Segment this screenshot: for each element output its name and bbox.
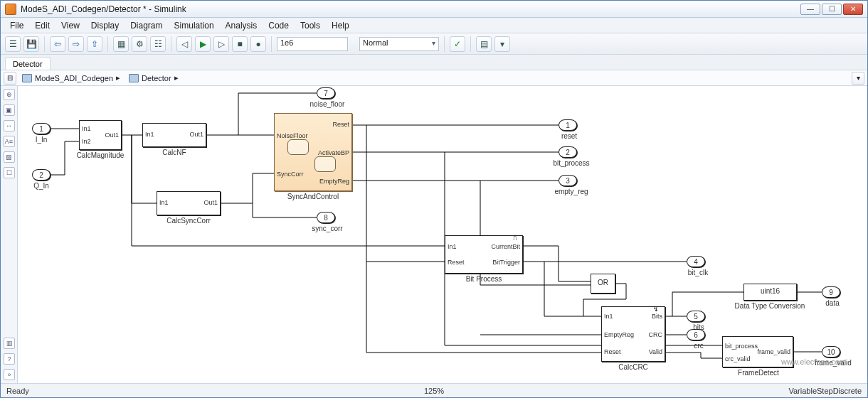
outport-8[interactable]: 8 — [317, 212, 335, 223]
fit-to-view-icon[interactable]: ▣ — [4, 104, 15, 116]
build-dropdown-button[interactable]: ▾ — [494, 36, 510, 52]
hide-browser-button[interactable]: ⊟ — [4, 72, 16, 85]
chevron-right-icon: ▸ — [116, 73, 120, 82]
outport-9-label: data — [822, 299, 843, 307]
nav-back-button[interactable]: ⇦ — [50, 36, 65, 52]
block-datatypeconv-label: Data Type Conversion — [731, 302, 809, 310]
breadcrumb-sub[interactable]: Detector ▸ — [126, 73, 181, 82]
block-bitprocess[interactable]: In1 Reset CurrentBit BitTrigger ⎍ — [445, 235, 523, 274]
titlebar: ModeS_ADI_Codegen/Detector * - Simulink … — [1, 1, 867, 18]
run-button[interactable]: ▶ — [195, 36, 211, 52]
sim-mode-select[interactable]: Normal — [359, 37, 439, 51]
help-icon[interactable]: ? — [4, 353, 15, 365]
inport-2[interactable]: 2 — [32, 169, 51, 181]
outport-3[interactable]: 3 — [559, 175, 577, 186]
block-calcsynccorr-label: CalcSyncCorr — [164, 217, 213, 225]
block-calcmagnitude-label: CalcMagnitude — [72, 151, 129, 159]
inport-1-label: I_In — [31, 136, 52, 144]
menu-diagram[interactable]: Diagram — [125, 19, 167, 32]
outport-6[interactable]: 6 — [687, 329, 705, 340]
block-syncandcontrol[interactable]: NoiseFloor SyncCorr Reset ActivateBP Emp… — [274, 113, 352, 191]
outport-2[interactable]: 2 — [559, 146, 577, 158]
breadcrumb-root[interactable]: ModeS_ADI_Codegen ▸ — [19, 73, 123, 82]
menu-edit[interactable]: Edit — [30, 19, 55, 32]
breadcrumb-sub-label: Detector — [142, 74, 171, 82]
block-bitprocess-label: Bit Process — [459, 275, 509, 283]
block-calccrc-label: CalcCRC — [615, 363, 651, 371]
menu-help[interactable]: Help — [327, 19, 354, 32]
legend-icon[interactable]: » — [4, 369, 15, 380]
build-button[interactable]: ▤ — [476, 36, 492, 52]
block-calcmagnitude[interactable]: In1 In2 Out1 — [79, 120, 122, 150]
minimize-button[interactable]: — — [800, 4, 820, 15]
fast-restart-button[interactable]: ✓ — [450, 36, 465, 52]
menu-display[interactable]: Display — [86, 19, 124, 32]
inport-1[interactable]: 1 — [32, 123, 51, 134]
menu-tools[interactable]: Tools — [295, 19, 325, 32]
outport-2-label: bit_process — [550, 159, 593, 167]
block-calcnf[interactable]: In1 Out1 — [142, 123, 206, 147]
bird-eye-icon[interactable]: ▥ — [4, 338, 15, 349]
outport-9[interactable]: 9 — [822, 286, 840, 298]
hide-icon[interactable]: ☐ — [4, 167, 15, 178]
close-button[interactable]: ✕ — [843, 4, 863, 15]
canvas[interactable]: 1 I_In 2 Q_In In1 In2 Out1 CalcMagnitude… — [18, 86, 867, 383]
outport-7[interactable]: 7 — [317, 87, 335, 99]
model-explorer-button[interactable]: ☷ — [150, 36, 166, 52]
nav-fwd-button[interactable]: ⇨ — [68, 36, 84, 52]
model-browser-button[interactable]: ☰ — [5, 36, 21, 52]
views-dropdown-button[interactable]: ▾ — [852, 72, 864, 85]
maximize-button[interactable]: ☐ — [822, 4, 842, 15]
pan-icon[interactable]: ↔ — [4, 120, 15, 131]
palette: ⊕ ▣ ↔ A≡ ▧ ☐ ▥ ? » — [1, 86, 18, 383]
block-calcsynccorr[interactable]: In1 Out1 — [157, 191, 221, 215]
outport-3-label: empty_reg — [550, 188, 593, 195]
block-or[interactable]: OR — [591, 274, 615, 294]
tab-detector[interactable]: Detector — [5, 57, 51, 70]
status-left: Ready — [6, 387, 29, 395]
menu-analysis[interactable]: Analysis — [221, 19, 263, 32]
save-button[interactable]: 💾 — [23, 36, 39, 52]
status-zoom[interactable]: 125% — [424, 387, 444, 395]
app-window: ModeS_ADI_Codegen/Detector * - Simulink … — [0, 0, 868, 398]
menubar: File Edit View Display Diagram Simulatio… — [1, 18, 867, 33]
watermark: www.elecfans.com — [781, 357, 846, 366]
model-config-button[interactable]: ⚙ — [132, 36, 147, 52]
window-title: ModeS_ADI_Codegen/Detector * - Simulink — [21, 4, 186, 14]
outport-1-label: reset — [559, 132, 580, 140]
zoom-in-icon[interactable]: ⊕ — [4, 89, 15, 100]
outport-4[interactable]: 4 — [687, 256, 705, 267]
subsystem-icon — [129, 74, 139, 82]
statusbar: Ready 125% VariableStepDiscrete — [1, 383, 867, 397]
step-fwd-button[interactable]: ▷ — [213, 36, 229, 52]
block-calcnf-label: CalcNF — [157, 149, 192, 156]
step-back-button[interactable]: ◁ — [176, 36, 192, 52]
annotations-icon[interactable]: A≡ — [4, 136, 15, 147]
outport-10[interactable]: 10 — [822, 346, 840, 357]
tabstrip: Detector — [1, 55, 867, 70]
app-icon — [5, 4, 16, 15]
breadcrumb-root-label: ModeS_ADI_Codegen — [35, 74, 113, 82]
menu-view[interactable]: View — [56, 19, 85, 32]
menu-file[interactable]: File — [5, 19, 28, 32]
library-browser-button[interactable]: ▦ — [113, 36, 129, 52]
record-button[interactable]: ● — [250, 36, 266, 52]
model-icon — [22, 74, 32, 82]
menu-simulation[interactable]: Simulation — [169, 19, 219, 32]
block-framedetect-label: FrameDetect — [734, 369, 783, 377]
block-syncandcontrol-label: SyncAndControl — [281, 193, 345, 200]
nav-up-button[interactable]: ⇧ — [87, 36, 102, 52]
block-datatypeconv[interactable]: uint16 — [743, 284, 797, 301]
outport-4-label: bit_clk — [684, 269, 712, 276]
image-icon[interactable]: ▧ — [4, 151, 15, 163]
outport-5[interactable]: 5 — [687, 311, 705, 322]
stop-button[interactable]: ■ — [232, 36, 248, 52]
outport-1[interactable]: 1 — [559, 119, 577, 131]
outport-8-label: sync_corr — [308, 225, 346, 232]
menu-code[interactable]: Code — [263, 19, 294, 32]
stop-time-input[interactable]: 1e6 — [277, 37, 348, 51]
inport-2-label: Q_In — [31, 182, 52, 190]
chevron-right-icon: ▸ — [174, 73, 179, 82]
status-solver[interactable]: VariableStepDiscrete — [788, 387, 862, 395]
block-calccrc[interactable]: In1 EmptyReg Reset Bits CRC Valid ↯ — [601, 306, 665, 362]
